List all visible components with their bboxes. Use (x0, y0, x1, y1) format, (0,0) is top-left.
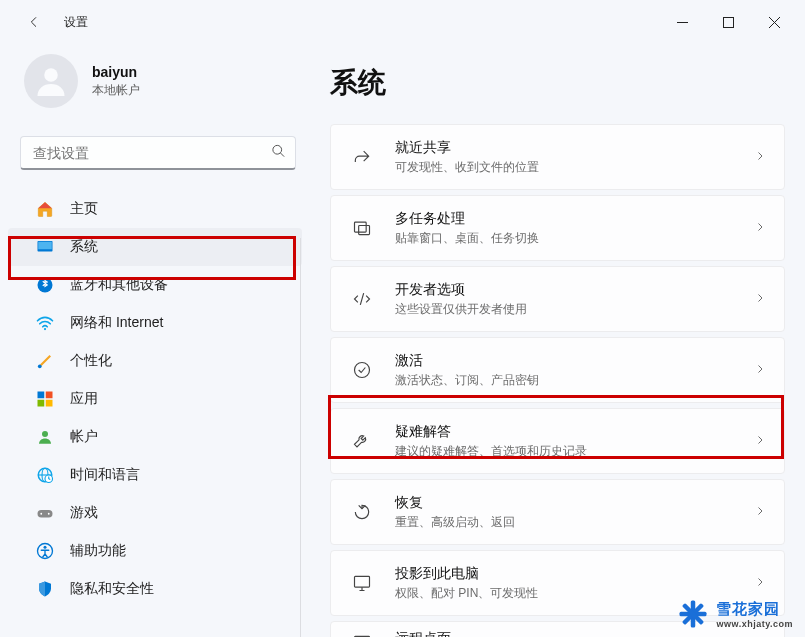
nav-accessibility[interactable]: 辅助功能 (8, 532, 302, 570)
nav-list: 主页 系统 蓝牙和其他设备 网络和 Internet 个性化 应用 (0, 184, 310, 637)
recovery-icon (349, 499, 375, 525)
svg-point-20 (44, 546, 47, 549)
chevron-right-icon (754, 290, 766, 308)
svg-rect-22 (359, 226, 370, 235)
remote-icon (349, 630, 375, 637)
accessibility-icon (36, 542, 54, 560)
avatar (24, 54, 78, 108)
back-button[interactable] (18, 6, 50, 38)
svg-rect-4 (38, 242, 52, 250)
chevron-right-icon (754, 148, 766, 166)
svg-point-18 (48, 513, 50, 515)
svg-point-2 (273, 145, 282, 154)
svg-rect-10 (38, 400, 45, 407)
nav-apps[interactable]: 应用 (8, 380, 302, 418)
globe-icon (36, 466, 54, 484)
svg-rect-24 (355, 576, 370, 587)
check-circle-icon (349, 357, 375, 383)
search-input[interactable] (20, 136, 296, 170)
nav-label: 帐户 (70, 428, 98, 446)
svg-point-23 (355, 363, 370, 378)
account-type: 本地帐户 (92, 82, 140, 99)
card-troubleshoot[interactable]: 疑难解答建议的疑难解答、首选项和历史记录 (330, 408, 785, 474)
chevron-right-icon (754, 503, 766, 521)
nav-home[interactable]: 主页 (8, 190, 302, 228)
svg-rect-21 (355, 222, 367, 232)
nav-label: 时间和语言 (70, 466, 140, 484)
share-icon (349, 144, 375, 170)
nav-label: 辅助功能 (70, 542, 126, 560)
developer-icon (349, 286, 375, 312)
nav-time[interactable]: 时间和语言 (8, 456, 302, 494)
user-profile[interactable]: baiyun 本地帐户 (0, 54, 310, 122)
nav-label: 隐私和安全性 (70, 580, 154, 598)
nav-personalize[interactable]: 个性化 (8, 342, 302, 380)
svg-point-17 (40, 513, 42, 515)
project-icon (349, 570, 375, 596)
card-developer[interactable]: 开发者选项这些设置仅供开发者使用 (330, 266, 785, 332)
minimize-button[interactable] (659, 6, 705, 38)
maximize-button[interactable] (705, 6, 751, 38)
brush-icon (36, 352, 54, 370)
system-icon (36, 238, 54, 256)
watermark-logo-icon (678, 599, 708, 629)
card-activation[interactable]: 激活激活状态、订阅、产品密钥 (330, 337, 785, 403)
svg-point-6 (44, 328, 46, 330)
nav-privacy[interactable]: 隐私和安全性 (8, 570, 302, 608)
search-box[interactable] (20, 136, 296, 170)
multitask-icon (349, 215, 375, 241)
nav-label: 系统 (70, 238, 98, 256)
chevron-right-icon (754, 574, 766, 592)
wrench-icon (349, 428, 375, 454)
svg-point-1 (44, 68, 58, 82)
gamepad-icon (36, 504, 54, 522)
nav-accounts[interactable]: 帐户 (8, 418, 302, 456)
search-icon (271, 144, 286, 163)
svg-point-7 (38, 364, 42, 368)
nav-label: 网络和 Internet (70, 314, 163, 332)
close-button[interactable] (751, 6, 797, 38)
chevron-right-icon (754, 432, 766, 450)
svg-rect-16 (38, 510, 53, 518)
user-name: baiyun (92, 64, 140, 80)
nav-label: 个性化 (70, 352, 112, 370)
svg-rect-0 (723, 17, 733, 27)
svg-rect-8 (38, 392, 45, 399)
svg-rect-11 (46, 400, 53, 407)
chevron-right-icon (754, 219, 766, 237)
nav-label: 游戏 (70, 504, 98, 522)
shield-icon (36, 580, 54, 598)
svg-point-12 (42, 431, 48, 437)
card-multitasking[interactable]: 多任务处理贴靠窗口、桌面、任务切换 (330, 195, 785, 261)
nav-label: 主页 (70, 200, 98, 218)
card-nearby-sharing[interactable]: 就近共享可发现性、收到文件的位置 (330, 124, 785, 190)
nav-label: 应用 (70, 390, 98, 408)
chevron-right-icon (754, 361, 766, 379)
svg-rect-9 (46, 392, 53, 399)
home-icon (36, 200, 54, 218)
person-icon (36, 428, 54, 446)
page-title: 系统 (330, 64, 785, 102)
nav-label: 蓝牙和其他设备 (70, 276, 168, 294)
nav-system[interactable]: 系统 (8, 228, 302, 266)
nav-bluetooth[interactable]: 蓝牙和其他设备 (8, 266, 302, 304)
apps-icon (36, 390, 54, 408)
card-recovery[interactable]: 恢复重置、高级启动、返回 (330, 479, 785, 545)
window-title: 设置 (64, 14, 88, 31)
nav-gaming[interactable]: 游戏 (8, 494, 302, 532)
nav-network[interactable]: 网络和 Internet (8, 304, 302, 342)
wifi-icon (36, 314, 54, 332)
bluetooth-icon (36, 276, 54, 294)
watermark: 雪花家园 www.xhjaty.com (678, 599, 793, 629)
